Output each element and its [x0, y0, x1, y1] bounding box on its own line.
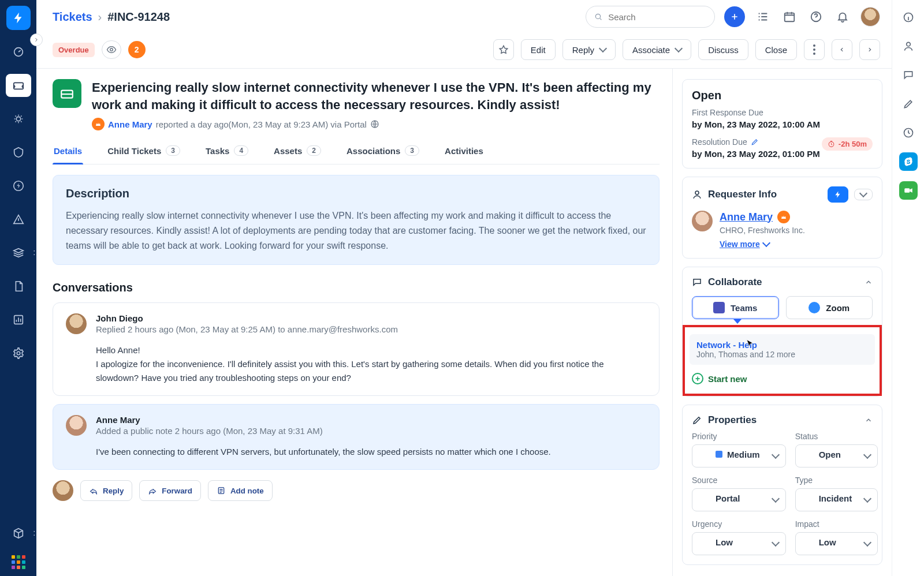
associate-button[interactable]: Associate [623, 39, 691, 60]
freddy-flash-button[interactable] [828, 186, 848, 203]
person-icon[interactable] [899, 37, 918, 55]
description-body: Experiencing really slow internet connec… [66, 208, 646, 253]
ticket-action-bar: Overdue 2 Edit Reply Associate Discuss C… [36, 32, 892, 69]
collab-thread-title[interactable]: Network - Help [696, 340, 757, 350]
pencil-icon[interactable] [899, 95, 918, 113]
ticket-reported-text: reported a day ago(Mon, 23 May at 9:23 A… [156, 119, 367, 129]
discuss-button[interactable]: Discuss [698, 39, 748, 60]
ticket-reporter-link[interactable]: Anne Mary [108, 119, 152, 129]
nav-dashboard-icon[interactable] [6, 40, 31, 63]
collab-thread[interactable]: Network - Help John, Thomas and 12 more [690, 334, 875, 365]
global-search[interactable] [586, 6, 715, 28]
collab-teams-tab[interactable]: Teams [692, 296, 779, 319]
current-user-avatar[interactable] [860, 7, 880, 27]
svg-point-9 [110, 48, 113, 51]
teams-icon [713, 302, 725, 313]
breadcrumb-root[interactable]: Tickets [53, 10, 92, 24]
expand-sidebar-button[interactable] [30, 33, 43, 46]
tab-associations[interactable]: Associations3 [345, 139, 420, 164]
nav-apps-icon[interactable] [6, 555, 31, 569]
status-select[interactable]: Open [795, 444, 878, 467]
field-impact: Impact Low [795, 519, 878, 555]
conversation-body: Hello Anne! I apologize for the inconven… [96, 343, 646, 385]
nav-tickets-icon[interactable] [6, 74, 31, 97]
first-response-value: by Mon, 23 May 2022, 10:00 AM [692, 119, 873, 129]
collab-start-new[interactable]: + Start new [685, 371, 880, 387]
status-title: Open [692, 89, 873, 102]
type-select[interactable]: Incident [795, 488, 878, 511]
inline-add-note-button[interactable]: Add note [208, 480, 273, 501]
chevron-down-icon [762, 239, 770, 247]
chat-icon[interactable] [899, 66, 918, 84]
inline-forward-button[interactable]: Forward [139, 480, 201, 501]
impact-select[interactable]: Low [795, 532, 878, 555]
info-icon[interactable] [899, 8, 918, 27]
nav-problems-icon[interactable] [6, 107, 31, 130]
nav-alerts-icon[interactable] [6, 208, 31, 231]
requester-view-more[interactable]: View more [720, 240, 769, 249]
watchers-count[interactable]: 2 [128, 41, 146, 58]
resolution-due-label: Resolution Due [692, 137, 820, 147]
pencil-icon [692, 415, 702, 425]
conversations-heading: Conversations [53, 281, 660, 294]
search-input[interactable] [607, 12, 706, 23]
collapse-icon[interactable] [865, 278, 873, 286]
requester-card-menu[interactable] [854, 189, 873, 200]
description-card: Description Experiencing really slow int… [53, 175, 660, 265]
collaborate-card: Collaborate Teams Zoom Network - Help [682, 267, 882, 397]
reply-button[interactable]: Reply [562, 39, 616, 60]
collab-zoom-tab[interactable]: Zoom [786, 296, 873, 319]
tab-tasks[interactable]: Tasks4 [204, 139, 249, 164]
requester-name[interactable]: Anne Mary [720, 211, 773, 223]
conversation-author: Anne Mary [96, 415, 646, 425]
overdue-time-chip: -2h 50m [822, 137, 873, 151]
tab-assets[interactable]: Assets2 [273, 139, 322, 164]
next-ticket-button[interactable] [859, 39, 880, 60]
tab-activities[interactable]: Activities [444, 139, 485, 164]
person-icon [692, 189, 702, 200]
skype-icon[interactable] [899, 152, 918, 171]
star-button[interactable] [493, 39, 514, 60]
svg-point-6 [595, 14, 600, 18]
svg-rect-21 [904, 188, 910, 193]
svg-rect-7 [785, 13, 795, 22]
nav-inventory-icon[interactable] [6, 522, 31, 545]
ticket-reporter-meta: Anne Mary reported a day ago(Mon, 23 May… [92, 118, 660, 130]
tasklist-icon[interactable] [754, 8, 772, 25]
tab-child-tickets[interactable]: Child Tickets3 [106, 139, 181, 164]
edit-button[interactable]: Edit [521, 39, 556, 60]
source-select[interactable]: Portal [692, 488, 786, 511]
svg-point-17 [695, 191, 699, 195]
urgency-select[interactable]: Low [692, 532, 786, 555]
close-button[interactable]: Close [755, 39, 797, 60]
collab-thread-subtitle: John, Thomas and 12 more [696, 350, 868, 359]
nav-contracts-icon[interactable] [6, 275, 31, 298]
collaborate-heading: Collaborate [708, 276, 762, 288]
collapse-icon[interactable] [865, 416, 873, 424]
nav-settings-icon[interactable] [6, 342, 31, 365]
prev-ticket-button[interactable] [832, 39, 852, 60]
left-navigation [0, 0, 36, 576]
pencil-icon[interactable] [751, 138, 759, 146]
calendar-icon[interactable] [781, 8, 798, 25]
watchers-icon[interactable] [102, 40, 121, 59]
inline-reply-button[interactable]: Reply [80, 480, 132, 501]
field-priority: Priority Medium [692, 432, 786, 467]
new-button[interactable] [724, 6, 745, 27]
video-icon[interactable] [899, 181, 918, 200]
ticket-type-icon [53, 79, 81, 108]
more-actions-button[interactable] [804, 39, 825, 60]
help-icon[interactable] [807, 8, 825, 25]
clock-icon[interactable] [899, 124, 918, 142]
nav-changes-icon[interactable] [6, 141, 31, 164]
brand-logo[interactable] [6, 6, 31, 30]
nav-releases-icon[interactable] [6, 174, 31, 197]
nav-assets-icon[interactable] [6, 241, 31, 264]
tab-details[interactable]: Details [53, 139, 83, 164]
priority-select[interactable]: Medium [692, 444, 786, 467]
requester-card: Requester Info Anne Mary [682, 177, 882, 259]
plus-circle-icon: + [692, 373, 703, 384]
nav-reports-icon[interactable] [6, 308, 31, 331]
bell-icon[interactable] [834, 8, 851, 25]
field-status: Status Open [795, 432, 878, 467]
